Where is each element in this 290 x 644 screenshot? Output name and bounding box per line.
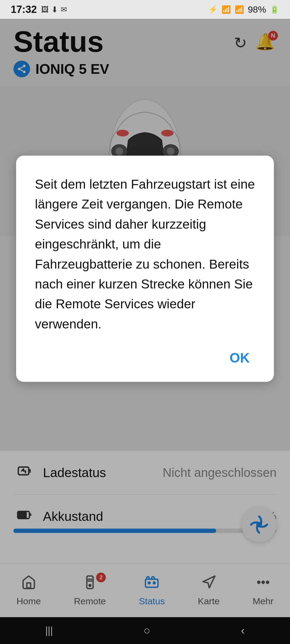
dialog-ok-button[interactable]: OK: [224, 347, 255, 368]
status-bar: 17:32 🖼 ⬇ ✉ ⚡ 📶 📶 98% 🔋: [0, 0, 290, 19]
download-icon: ⬇: [51, 5, 58, 14]
wifi-icon: 📶: [222, 5, 231, 14]
status-time: 17:32: [11, 4, 37, 15]
email-icon: ✉: [61, 5, 67, 14]
battery-percent: 98%: [248, 4, 266, 15]
image-icon: 🖼: [41, 5, 49, 14]
bluetooth-icon: ⚡: [208, 5, 218, 14]
battery-icon: 🔋: [270, 5, 279, 14]
dialog-message: Seit dem letzten Fahrzeugstart ist eine …: [35, 174, 255, 334]
alert-dialog: Seit dem letzten Fahrzeugstart ist eine …: [16, 156, 274, 382]
status-bar-left: 17:32 🖼 ⬇ ✉: [11, 4, 67, 15]
dialog-actions: OK: [35, 347, 255, 368]
status-bar-right: ⚡ 📶 📶 98% 🔋: [208, 4, 279, 15]
status-icons: 🖼 ⬇ ✉: [41, 5, 67, 14]
signal-icon: 📶: [235, 5, 244, 14]
